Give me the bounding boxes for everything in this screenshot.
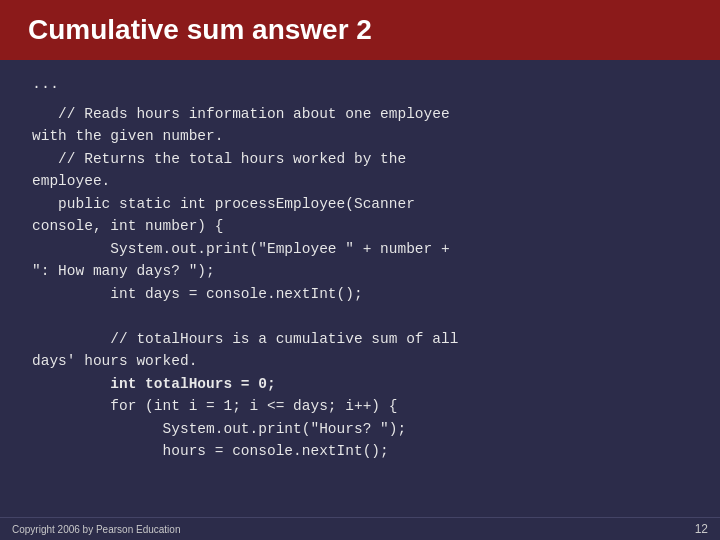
code-block: // Reads hours information about one emp… bbox=[32, 103, 688, 509]
slide-title: Cumulative sum answer 2 bbox=[28, 14, 372, 45]
code-line: employee. bbox=[32, 173, 110, 189]
code-line: for (int i = 1; i <= days; i++) { bbox=[32, 398, 397, 414]
code-line: int totalHours = 0; bbox=[32, 376, 276, 392]
code-line: System.out.print("Hours? "); bbox=[32, 421, 406, 437]
code-line: // Reads hours information about one emp… bbox=[32, 106, 450, 122]
content-area: ... // Reads hours information about one… bbox=[0, 60, 720, 517]
code-line: hours = console.nextInt(); bbox=[32, 443, 389, 459]
code-line: console, int number) { bbox=[32, 218, 223, 234]
page-number: 12 bbox=[695, 522, 708, 536]
code-line: // Returns the total hours worked by the bbox=[32, 151, 406, 167]
code-line: days' hours worked. bbox=[32, 353, 197, 369]
code-line: System.out.print("Employee " + number + bbox=[32, 241, 450, 257]
title-bar: Cumulative sum answer 2 bbox=[0, 0, 720, 60]
slide: Cumulative sum answer 2 ... // Reads hou… bbox=[0, 0, 720, 540]
code-line: ": How many days? "); bbox=[32, 263, 215, 279]
code-line: public static int processEmployee(Scanne… bbox=[32, 196, 415, 212]
code-line: int days = console.nextInt(); bbox=[32, 286, 363, 302]
dots-line: ... bbox=[32, 76, 688, 93]
slide-footer: Copyright 2006 by Pearson Education 12 bbox=[0, 517, 720, 540]
code-line: with the given number. bbox=[32, 128, 223, 144]
code-line: // totalHours is a cumulative sum of all bbox=[32, 331, 458, 347]
copyright-text: Copyright 2006 by Pearson Education bbox=[12, 524, 180, 535]
